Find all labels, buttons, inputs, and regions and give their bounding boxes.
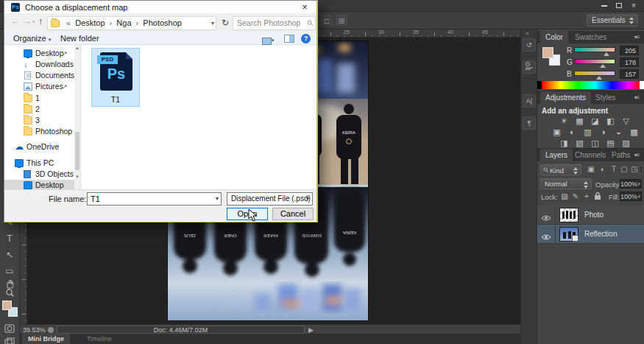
- posterize-icon[interactable]: ▧: [573, 138, 586, 148]
- vibrance-icon[interactable]: ▽: [620, 116, 632, 126]
- tree-item-3d-objects[interactable]: 3D Objects: [4, 169, 75, 180]
- address-dropdown-chevron[interactable]: ▾: [211, 17, 214, 29]
- hue-saturation-icon[interactable]: ▣: [551, 127, 563, 137]
- tree-item-this-pc[interactable]: This PC: [4, 158, 75, 169]
- lock-transparent-icon[interactable]: ▨: [559, 192, 570, 202]
- properties-panel-icon[interactable]: [523, 60, 536, 74]
- organize-button[interactable]: Organize ▾: [13, 32, 51, 46]
- file-type-select[interactable]: Displacement File (.psd) ▾: [227, 192, 313, 206]
- history-panel-icon[interactable]: ↺: [523, 38, 536, 52]
- workspace-switcher[interactable]: Essentials: [587, 14, 638, 27]
- visibility-eye-icon[interactable]: [541, 231, 551, 238]
- scroll-down-icon[interactable]: ▼: [74, 175, 80, 179]
- panel-menu-icon[interactable]: [631, 34, 642, 41]
- slider-handle[interactable]: [600, 64, 606, 68]
- panel-menu-icon[interactable]: [631, 152, 642, 158]
- recent-locations-chevron[interactable]: ▾: [32, 19, 35, 25]
- channel-mixer-icon[interactable]: ◒: [612, 127, 625, 137]
- layer-thumbnail[interactable]: [559, 227, 578, 242]
- tree-item-desktop-2[interactable]: Desktop: [4, 180, 81, 189]
- photo-filter-icon[interactable]: ◑: [597, 127, 609, 137]
- close-button[interactable]: ×: [626, 1, 641, 11]
- tree-item-folder-2[interactable]: 2: [4, 104, 75, 115]
- file-name-input[interactable]: T1 ▾: [87, 192, 222, 206]
- filter-adjustment-layers-icon[interactable]: ◐: [598, 164, 608, 175]
- filter-shape-layers-icon[interactable]: ▢: [619, 164, 629, 175]
- color-balance-icon[interactable]: ◐: [566, 127, 578, 137]
- tab-styles[interactable]: Styles: [590, 91, 620, 104]
- arrange-documents-icon[interactable]: ⊞: [336, 15, 347, 26]
- invert-icon[interactable]: ◨: [558, 138, 570, 148]
- scrubby-zoom-icon[interactable]: [48, 327, 54, 333]
- change-view-button[interactable]: ▾: [262, 35, 278, 43]
- slider-handle[interactable]: [604, 52, 609, 56]
- panel-menu-icon[interactable]: [631, 94, 642, 101]
- tree-item-folder-1[interactable]: 1: [4, 93, 75, 104]
- red-slider[interactable]: [574, 47, 615, 52]
- tree-item-onedrive[interactable]: ☁OneDrive: [4, 141, 75, 152]
- lock-position-icon[interactable]: +: [581, 192, 592, 202]
- scrollbar-thumb[interactable]: [75, 132, 79, 170]
- fill-value[interactable]: 100%: [620, 192, 642, 201]
- zoom-tool[interactable]: [0, 287, 19, 302]
- tree-item-pictures[interactable]: Pictures: [4, 81, 75, 92]
- blend-mode-select[interactable]: Normal: [540, 178, 592, 189]
- blue-value[interactable]: 157: [620, 69, 639, 79]
- document-size-info[interactable]: Doc: 4.46M/7.02M: [57, 326, 305, 334]
- tab-channels[interactable]: Channels: [570, 149, 611, 161]
- filter-toggle-switch[interactable]: [640, 166, 643, 174]
- filter-pixel-layers-icon[interactable]: ▣: [586, 164, 596, 175]
- minimize-button[interactable]: [597, 1, 612, 11]
- black-white-icon[interactable]: ▥: [581, 127, 594, 137]
- gradient-map-icon[interactable]: ▨: [620, 138, 632, 148]
- green-slider[interactable]: [574, 59, 615, 64]
- search-input[interactable]: Search Photoshop: [233, 16, 316, 30]
- breadcrumb-item-photoshop[interactable]: Photoshop: [143, 18, 182, 27]
- status-flyout-arrow[interactable]: ▶: [308, 326, 314, 334]
- dialog-close-button[interactable]: ×: [299, 1, 311, 13]
- tree-item-documents[interactable]: Documents: [4, 70, 75, 81]
- tool-preset-icon[interactable]: ⊏: [321, 15, 333, 26]
- green-value[interactable]: 178: [620, 57, 639, 67]
- layer-thumbnail[interactable]: [559, 208, 578, 222]
- cancel-button[interactable]: Cancel: [272, 208, 314, 220]
- quick-mask-button[interactable]: [0, 323, 19, 337]
- layer-row-reflection[interactable]: Reflection: [537, 225, 644, 244]
- address-bar[interactable]: « Desktop › Nga › Photoshop ▾: [47, 16, 216, 30]
- scroll-up-icon[interactable]: ▲: [74, 46, 80, 50]
- tab-swatches[interactable]: Swatches: [570, 31, 612, 43]
- paragraph-panel-icon[interactable]: ¶: [523, 116, 536, 130]
- panel-foreground-swatch[interactable]: [542, 47, 553, 58]
- tab-timeline[interactable]: Timeline: [81, 334, 118, 344]
- character-panel-icon[interactable]: A|: [523, 94, 536, 108]
- tree-item-folder-3[interactable]: 3: [4, 115, 75, 126]
- preview-pane-button[interactable]: [284, 35, 294, 43]
- tree-item-folder-photoshop[interactable]: Photoshop: [4, 126, 75, 137]
- blue-slider[interactable]: [574, 71, 615, 76]
- layer-filter-kind[interactable]: Kind: [540, 164, 581, 175]
- lock-pixels-icon[interactable]: ✎: [570, 192, 581, 202]
- slider-handle[interactable]: [596, 76, 602, 80]
- path-select-tool[interactable]: ↖: [0, 248, 19, 262]
- color-lookup-icon[interactable]: ▩: [628, 127, 640, 137]
- filter-type-layers-icon[interactable]: T: [609, 164, 619, 175]
- file-item-t1[interactable]: PSD Ps T1: [91, 48, 140, 107]
- opacity-value[interactable]: 100%: [620, 179, 642, 189]
- foreground-color-swatch[interactable]: [2, 301, 12, 310]
- tab-layers[interactable]: Layers: [540, 149, 573, 161]
- tree-item-downloads[interactable]: ↓Downloads: [4, 59, 75, 70]
- threshold-icon[interactable]: ◫: [589, 138, 601, 148]
- dialog-titlebar[interactable]: Ps Choose a displacement map ×: [4, 1, 316, 13]
- collapse-dock-icon[interactable]: «: [526, 30, 528, 37]
- back-button[interactable]: ←: [10, 15, 20, 27]
- levels-icon[interactable]: ▦: [573, 116, 586, 126]
- red-value[interactable]: 205: [620, 46, 639, 55]
- breadcrumb-item-nga[interactable]: Nga: [116, 18, 131, 27]
- tree-item-desktop[interactable]: Desktop: [4, 48, 75, 59]
- breadcrumb-item-desktop[interactable]: Desktop: [75, 18, 105, 27]
- new-folder-button[interactable]: New folder: [60, 32, 99, 44]
- restore-button[interactable]: [612, 1, 626, 11]
- refresh-button[interactable]: ↻: [219, 16, 231, 30]
- shape-tool[interactable]: ▭: [0, 264, 19, 278]
- curves-icon[interactable]: ◪: [589, 116, 601, 126]
